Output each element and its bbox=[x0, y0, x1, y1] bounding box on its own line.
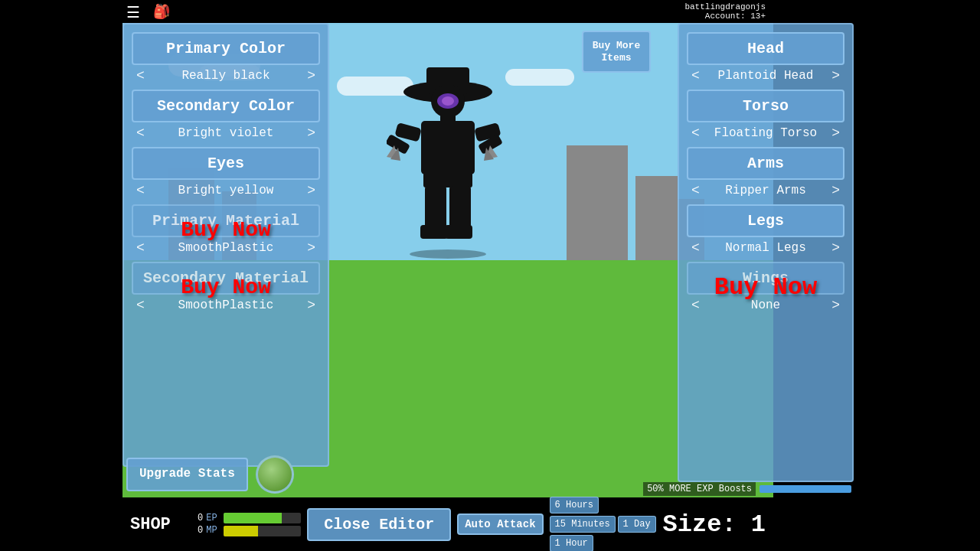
head-prev[interactable]: < bbox=[687, 68, 704, 83]
svg-rect-19 bbox=[445, 225, 472, 239]
left-panel: Primary Color < Really black > Secondary… bbox=[122, 23, 329, 467]
character bbox=[387, 46, 509, 260]
eyes-value: Bright yellow bbox=[149, 184, 302, 197]
exp-boost-text: 50% MORE EXP Boosts bbox=[643, 482, 756, 496]
time-1hour-button[interactable]: 1 Hour bbox=[550, 535, 593, 551]
torso-next[interactable]: > bbox=[827, 126, 844, 141]
wings-value: None bbox=[704, 298, 827, 312]
secondary-color-nav: < Bright violet > bbox=[132, 126, 320, 141]
secondary-color-prev[interactable]: < bbox=[132, 126, 149, 141]
eyes-button[interactable]: Eyes bbox=[132, 147, 320, 180]
svg-point-20 bbox=[410, 249, 486, 259]
size-display: Size: 1 bbox=[663, 510, 766, 539]
upgrade-stats-area: Upgrade Stats bbox=[126, 455, 294, 494]
hp-bar bbox=[224, 513, 302, 523]
stats-area: 0 EP 0 MP bbox=[198, 513, 217, 536]
arms-nav: < Ripper Arms > bbox=[687, 183, 844, 198]
time-15min-button[interactable]: 15 Minutes bbox=[550, 516, 616, 533]
ep-value: 0 bbox=[198, 513, 203, 523]
mp-label: MP bbox=[206, 525, 217, 536]
legs-nav: < Normal Legs > bbox=[687, 240, 844, 256]
eyes-prev[interactable]: < bbox=[132, 183, 149, 198]
secondary-material-value: SmoothPlastic bbox=[149, 298, 302, 312]
upgrade-stats-button[interactable]: Upgrade Stats bbox=[126, 458, 248, 491]
wings-nav: < None > bbox=[687, 298, 844, 313]
torso-value: Floating Torso bbox=[704, 126, 827, 140]
menu-icon[interactable]: ☰ bbox=[126, 3, 140, 22]
svg-rect-15 bbox=[423, 172, 472, 187]
primary-material-next[interactable]: > bbox=[302, 240, 320, 256]
hp-bar-fill bbox=[224, 513, 282, 523]
username-area: battlingdragonjs Account: 13+ bbox=[684, 2, 766, 21]
exp-boost-bar: 50% MORE EXP Boosts bbox=[643, 482, 851, 496]
torso-button[interactable]: Torso bbox=[687, 90, 844, 122]
secondary-color-value: Bright violet bbox=[149, 126, 302, 140]
secondary-color-button[interactable]: Secondary Color bbox=[132, 90, 320, 122]
secondary-material-next[interactable]: > bbox=[302, 298, 320, 313]
mp-row: 0 MP bbox=[198, 525, 217, 536]
svg-rect-17 bbox=[449, 186, 471, 228]
time-buttons: 6 Hours 15 Minutes 1 Day 1 Hour bbox=[550, 497, 657, 551]
primary-color-prev[interactable]: < bbox=[132, 68, 149, 83]
time-1day-button[interactable]: 1 Day bbox=[618, 516, 656, 533]
shop-area: SHOP bbox=[130, 515, 191, 534]
bottom-bar: SHOP 0 EP 0 MP Close Editor Auto Attack … bbox=[122, 497, 773, 551]
upgrade-circle[interactable] bbox=[256, 455, 294, 494]
eyes-next[interactable]: > bbox=[302, 183, 320, 198]
head-button[interactable]: Head bbox=[687, 32, 844, 65]
torso-nav: < Floating Torso > bbox=[687, 126, 844, 141]
wings-next[interactable]: > bbox=[827, 298, 844, 313]
left-border bbox=[0, 0, 122, 551]
wings-prev[interactable]: < bbox=[687, 298, 704, 313]
cloud-4 bbox=[505, 69, 574, 86]
secondary-color-next[interactable]: > bbox=[302, 126, 320, 141]
exp-boost-fill bbox=[760, 485, 851, 493]
svg-rect-18 bbox=[420, 225, 448, 239]
head-next[interactable]: > bbox=[827, 68, 844, 83]
time-6hours-button[interactable]: 6 Hours bbox=[550, 497, 599, 514]
head-value: Plantoid Head bbox=[704, 69, 827, 83]
arms-value: Ripper Arms bbox=[704, 184, 827, 197]
mp-bar-fill bbox=[224, 526, 259, 536]
svg-rect-6 bbox=[421, 121, 475, 174]
wings-button[interactable]: Wings bbox=[687, 262, 844, 295]
wings-section: Wings < None > Buy Now bbox=[687, 262, 844, 313]
building-3 bbox=[567, 145, 628, 260]
legs-value: Normal Legs bbox=[704, 241, 827, 255]
primary-material-section: Primary Material < SmoothPlastic > Buy N… bbox=[132, 204, 320, 256]
primary-material-value: SmoothPlastic bbox=[149, 241, 302, 255]
bag-icon[interactable]: 🎒 bbox=[153, 3, 170, 20]
legs-button[interactable]: Legs bbox=[687, 204, 844, 237]
buy-more-items-button[interactable]: Buy More Items bbox=[582, 31, 651, 73]
arms-prev[interactable]: < bbox=[687, 183, 704, 198]
close-editor-button[interactable]: Close Editor bbox=[307, 508, 451, 541]
right-panel: Head < Plantoid Head > Torso < Floating … bbox=[678, 23, 854, 482]
arms-button[interactable]: Arms bbox=[687, 147, 844, 180]
primary-color-value: Really black bbox=[149, 69, 302, 83]
secondary-material-button[interactable]: Secondary Material bbox=[132, 262, 320, 295]
hp-bar-container bbox=[224, 513, 302, 536]
eyes-nav: < Bright yellow > bbox=[132, 183, 320, 198]
primary-material-button[interactable]: Primary Material bbox=[132, 204, 320, 237]
legs-next[interactable]: > bbox=[827, 240, 844, 256]
username: battlingdragonjs bbox=[684, 2, 766, 11]
arms-next[interactable]: > bbox=[827, 183, 844, 198]
ep-row: 0 EP bbox=[198, 513, 217, 523]
shop-label[interactable]: SHOP bbox=[130, 515, 171, 534]
torso-prev[interactable]: < bbox=[687, 126, 704, 141]
mp-bar bbox=[224, 526, 302, 536]
account-info: Account: 13+ bbox=[684, 11, 766, 21]
auto-attack-button[interactable]: Auto Attack bbox=[457, 514, 543, 536]
svg-rect-16 bbox=[425, 186, 446, 228]
primary-material-nav: < SmoothPlastic > bbox=[132, 240, 320, 256]
primary-material-prev[interactable]: < bbox=[132, 240, 149, 256]
top-bar: battlingdragonjs Account: 13+ bbox=[122, 0, 773, 23]
primary-color-nav: < Really black > bbox=[132, 68, 320, 83]
mp-value: 0 bbox=[198, 525, 203, 536]
secondary-material-nav: < SmoothPlastic > bbox=[132, 298, 320, 313]
svg-point-4 bbox=[442, 96, 454, 106]
legs-prev[interactable]: < bbox=[687, 240, 704, 256]
primary-color-button[interactable]: Primary Color bbox=[132, 32, 320, 65]
secondary-material-prev[interactable]: < bbox=[132, 298, 149, 313]
primary-color-next[interactable]: > bbox=[302, 68, 320, 83]
